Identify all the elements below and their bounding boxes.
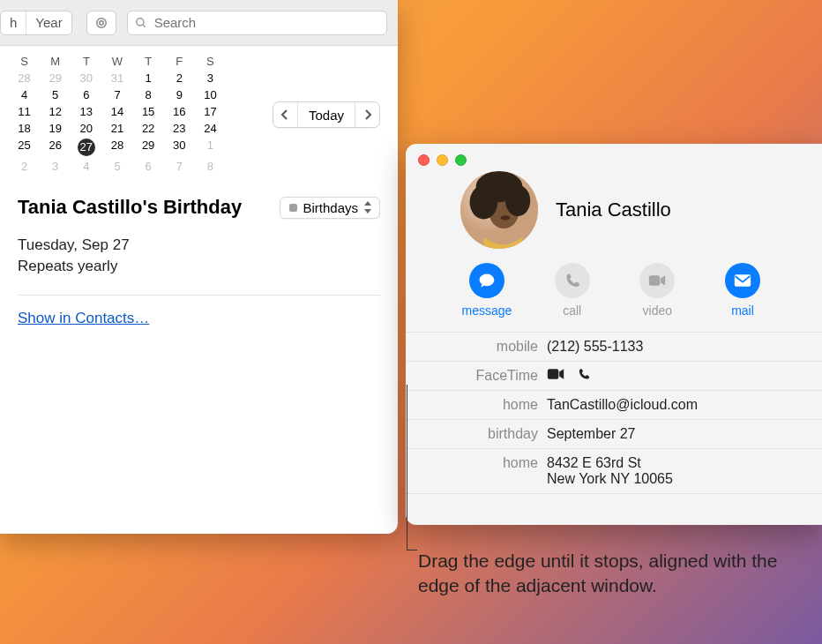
date-cell[interactable]: 13 <box>71 103 101 120</box>
event-repeat: Repeats yearly <box>18 258 380 275</box>
date-cell[interactable]: 3 <box>40 158 71 175</box>
calendar-color-dot <box>289 204 297 212</box>
callout-caption: Drag the edge until it stops, aligned wi… <box>418 549 788 599</box>
video-label: video <box>643 303 672 318</box>
zoom-window-button[interactable] <box>455 154 467 166</box>
date-cell[interactable]: 11 <box>9 103 40 120</box>
date-cell[interactable]: 27 <box>71 137 101 158</box>
dow-cell: T <box>133 55 164 68</box>
seg-month-button[interactable]: h <box>1 11 26 34</box>
date-cell[interactable]: 12 <box>40 103 71 120</box>
event-date: Tuesday, Sep 27 <box>18 236 380 254</box>
home-email-label: home <box>406 397 538 413</box>
date-cell[interactable]: 6 <box>71 86 101 103</box>
date-cell[interactable]: 19 <box>40 120 71 137</box>
dow-cell: F <box>164 55 195 68</box>
date-cell[interactable]: 30 <box>71 70 101 86</box>
date-cell[interactable]: 8 <box>195 158 226 175</box>
date-cell[interactable]: 7 <box>164 158 195 175</box>
divider <box>18 295 380 296</box>
dow-cell: S <box>195 55 226 68</box>
date-cell[interactable]: 1 <box>195 137 226 158</box>
date-cell[interactable]: 23 <box>164 120 195 137</box>
calendar-header-row: SMTWTFS 28293031123456789101112131415161… <box>0 46 398 175</box>
date-cell[interactable]: 7 <box>101 86 132 103</box>
search-field[interactable] <box>127 11 387 35</box>
video-icon <box>547 368 564 380</box>
date-cell[interactable]: 31 <box>101 70 132 86</box>
date-cell[interactable]: 2 <box>9 158 40 175</box>
date-cell[interactable]: 4 <box>71 158 101 175</box>
message-action[interactable]: message <box>459 263 515 318</box>
mobile-value[interactable]: (212) 555-1133 <box>547 339 804 355</box>
facetime-label: FaceTime <box>406 368 538 384</box>
today-button[interactable]: Today <box>298 108 355 123</box>
home-address-label: home <box>406 455 538 471</box>
video-icon <box>648 274 666 287</box>
seg-year-button[interactable]: Year <box>26 11 71 34</box>
svg-point-0 <box>96 18 106 27</box>
date-cell[interactable]: 16 <box>164 103 195 120</box>
close-window-button[interactable] <box>418 154 430 166</box>
date-cell[interactable]: 3 <box>195 70 226 86</box>
mail-action[interactable]: mail <box>714 263 771 318</box>
date-cell[interactable]: 6 <box>133 158 164 175</box>
calendar-picker[interactable]: Birthdays <box>280 197 380 219</box>
date-cell[interactable]: 26 <box>40 137 71 158</box>
date-cell[interactable]: 10 <box>195 86 226 103</box>
avatar[interactable] <box>460 171 538 249</box>
svg-marker-13 <box>661 275 665 286</box>
mail-label: mail <box>731 303 754 318</box>
date-cell[interactable]: 15 <box>133 103 164 120</box>
mail-icon <box>734 273 751 288</box>
message-icon <box>478 272 496 289</box>
contact-actions: message call video mail <box>406 249 822 326</box>
search-input[interactable] <box>153 14 379 31</box>
date-cell[interactable]: 22 <box>133 120 164 137</box>
date-cell[interactable]: 29 <box>40 70 71 86</box>
show-in-contacts-link[interactable]: Show in Contacts… <box>18 310 149 326</box>
date-cell[interactable]: 8 <box>133 86 164 103</box>
birthday-value: September 27 <box>547 426 804 442</box>
home-email-value[interactable]: TanCastillo@icloud.com <box>547 397 804 413</box>
updown-arrows-icon <box>363 201 372 213</box>
facetime-video-button[interactable] <box>547 368 564 384</box>
svg-marker-5 <box>364 209 371 213</box>
dow-cell: S <box>9 55 40 68</box>
date-cell[interactable]: 21 <box>101 120 132 137</box>
minimize-window-button[interactable] <box>437 154 448 166</box>
date-cell[interactable]: 18 <box>9 120 40 137</box>
date-cell[interactable]: 24 <box>195 120 226 137</box>
field-facetime: FaceTime <box>406 361 822 390</box>
date-cell[interactable]: 5 <box>101 158 132 175</box>
call-action[interactable]: call <box>544 263 601 318</box>
svg-rect-15 <box>548 369 559 379</box>
airplay-button[interactable] <box>86 11 116 35</box>
date-cell[interactable]: 5 <box>40 86 71 103</box>
prev-button[interactable] <box>273 102 298 127</box>
date-cell[interactable]: 20 <box>71 120 101 137</box>
date-cell[interactable]: 9 <box>164 86 195 103</box>
date-cell[interactable]: 28 <box>9 70 40 86</box>
event-title: Tania Castillo's Birthday <box>18 196 242 219</box>
date-cell[interactable]: 25 <box>9 137 40 158</box>
date-cell[interactable]: 17 <box>195 103 226 120</box>
svg-rect-12 <box>649 275 661 286</box>
chevron-right-icon <box>363 109 372 120</box>
date-cell[interactable]: 4 <box>9 86 40 103</box>
video-action[interactable]: video <box>629 263 685 318</box>
next-button[interactable] <box>355 102 379 127</box>
date-cell[interactable]: 28 <box>101 137 132 158</box>
date-cell[interactable]: 2 <box>164 70 195 86</box>
message-label: message <box>462 303 512 318</box>
facetime-value <box>547 368 804 384</box>
search-icon <box>135 17 147 29</box>
event-details: Tania Castillo's Birthday Birthdays Tues… <box>0 175 398 327</box>
facetime-audio-button[interactable] <box>575 368 593 384</box>
date-cell[interactable]: 1 <box>133 70 164 86</box>
date-cell[interactable]: 29 <box>133 137 164 158</box>
addr-line2: New York NY 10065 <box>547 471 804 487</box>
home-address-value[interactable]: 8432 E 63rd St New York NY 10065 <box>547 455 804 487</box>
date-cell[interactable]: 14 <box>101 103 132 120</box>
date-cell[interactable]: 30 <box>164 137 195 158</box>
